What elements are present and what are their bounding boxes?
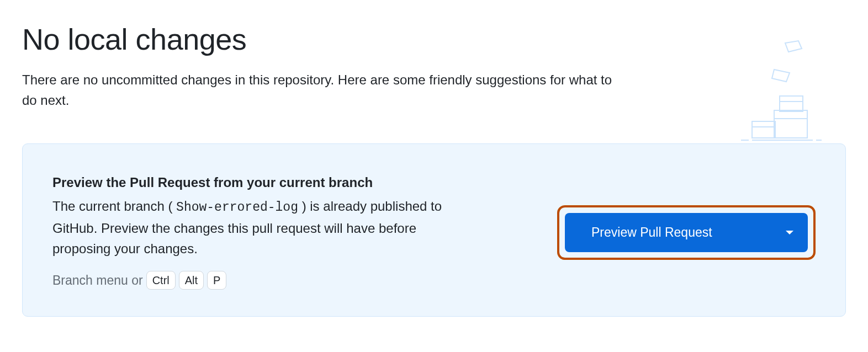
svg-rect-0: [774, 110, 807, 138]
suggestion-card: Preview the Pull Request from your curre…: [22, 143, 846, 317]
preview-pr-button-highlight: Preview Pull Request: [557, 205, 816, 260]
card-body: The current branch ( Show-errored-log ) …: [52, 196, 472, 259]
kbd-key: Ctrl: [146, 271, 176, 290]
shortcut-prefix: Branch menu or: [52, 273, 143, 288]
svg-rect-2: [752, 121, 775, 138]
card-body-prefix: The current branch (: [52, 199, 172, 214]
caret-down-icon: [786, 231, 793, 234]
page-title: No local changes: [22, 22, 846, 56]
card-title: Preview the Pull Request from your curre…: [52, 175, 472, 190]
preview-pull-request-button[interactable]: Preview Pull Request: [565, 213, 808, 252]
kbd-key: P: [207, 271, 226, 290]
page-subtitle: There are no uncommitted changes in this…: [22, 70, 618, 110]
button-label: Preview Pull Request: [591, 225, 712, 240]
kbd-key: Alt: [179, 271, 204, 290]
branch-name: Show-errored-log: [176, 200, 298, 215]
svg-rect-1: [780, 96, 803, 111]
card-shortcut-hint: Branch menu or Ctrl Alt P: [52, 271, 472, 290]
